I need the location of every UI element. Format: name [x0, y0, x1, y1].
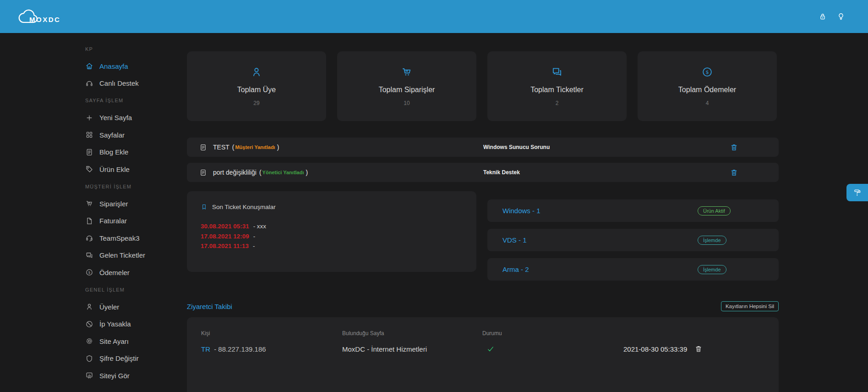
sidebar-item-uyeler[interactable]: Üyeler — [85, 298, 178, 316]
bookmark-icon — [201, 204, 207, 210]
sidebar-item-teamspeak3[interactable]: TeamSpeak3 — [85, 230, 178, 247]
sidebar-item-blog-ekle[interactable]: Blog Ekle — [85, 144, 178, 161]
sidebar-item-label: Site Ayarı — [99, 337, 129, 345]
column-kisi: Kişi — [201, 330, 342, 337]
sidebar-item-label: Siparişler — [99, 200, 128, 208]
stat-label: Toplam Ticketler — [530, 86, 584, 94]
ticket-subject: Windows Sunucu Sorunu — [483, 144, 550, 150]
sidebar-item-urun-ekle[interactable]: Ürün Ekle — [85, 161, 178, 178]
sidebar-item-label: Faturalar — [99, 217, 127, 225]
sidebar-item-label: Yeni Sayfa — [99, 114, 132, 121]
chat-icon — [85, 251, 93, 259]
conversations-title: Son Ticket Konuşmalar — [212, 204, 276, 210]
delete-visitor-button[interactable] — [694, 345, 722, 353]
paren-close: ) — [277, 144, 279, 151]
conversation-date: 30.08.2021 05:31 — [201, 223, 249, 230]
visitors-title: Ziyaretci Takibi — [187, 303, 232, 310]
lock-icon[interactable] — [819, 12, 827, 21]
conversation-text: - xxx — [253, 223, 267, 230]
presentation-board-icon — [85, 371, 93, 380]
stat-label: Toplam Üye — [237, 86, 276, 94]
trash-icon — [730, 168, 738, 177]
order-name-link[interactable]: Windows - 1 — [502, 207, 540, 215]
sidebar-item-label: Gelen Ticketler — [99, 251, 145, 259]
stat-label: Toplam Ödemeler — [678, 86, 736, 94]
paren-open: ( — [259, 169, 262, 176]
ban-icon — [85, 320, 93, 328]
sidebar-item-label: Ödemeler — [99, 269, 130, 276]
sidebar-item-canli-destek[interactable]: Canlı Destek — [85, 75, 178, 92]
ticket-conversations-card: Son Ticket Konuşmalar 30.08.2021 05:31 -… — [187, 191, 476, 272]
headset-mic-icon — [85, 234, 93, 242]
ticket-status: Yönetici Yanıtladı — [262, 170, 304, 175]
sidebar-item-anasayfa[interactable]: Anasayfa — [85, 58, 178, 75]
column-bulundugu-sayfa: Bulunduğu Sayfa — [342, 330, 482, 337]
sidebar-item-site-ayari[interactable]: Site Ayarı — [85, 333, 178, 350]
sidebar-section-genel-islem: GENEL İŞLEM — [85, 281, 178, 298]
theme-customizer-button[interactable] — [846, 184, 868, 201]
sidebar-item-gelen-ticketler[interactable]: Gelen Ticketler — [85, 247, 178, 264]
column-durumu: Durumu — [482, 330, 623, 337]
visitors-header: Ziyaretci Takibi Kayıtların Hepsini Sil — [187, 301, 779, 311]
visitor-ip: - 88.227.139.186 — [214, 345, 266, 353]
ticket-row[interactable]: port değişikliliği ( Yönetici Yanıtladı … — [187, 163, 779, 182]
brand-logo[interactable]: MOXDC — [16, 8, 60, 25]
visitor-country: TR — [201, 345, 210, 353]
stat-value: 2 — [556, 100, 559, 106]
lightbulb-icon[interactable] — [837, 12, 845, 21]
ticket-row[interactable]: TEST ( Müşteri Yanıtladı ) Windows Sunuc… — [187, 138, 779, 157]
sidebar-item-label: Canlı Destek — [99, 79, 139, 87]
sidebar-item-faturalar[interactable]: Faturalar — [85, 212, 178, 230]
plus-icon — [85, 114, 93, 122]
page-layout: KP Anasayfa Canlı Destek SAYFA İŞLEM Yen… — [0, 33, 868, 392]
sidebar-item-label: Blog Ekle — [99, 148, 128, 156]
sidebar-item-sifre-degistir[interactable]: Şifre Değiştir — [85, 350, 178, 367]
headset-icon — [85, 79, 93, 88]
stat-value: 4 — [706, 100, 709, 106]
ticket-title: port değişikliliği — [213, 169, 257, 176]
visitor-row: TR - 88.227.139.186 MoxDC - İnternet Hiz… — [201, 345, 779, 353]
conversations-list: 30.08.2021 05:31 - xxx 17.08.2021 12:09 … — [201, 221, 463, 251]
order-row-arma[interactable]: Arma - 2 İşlemde — [487, 258, 779, 281]
chat-icon — [551, 66, 563, 78]
sidebar-item-sayfalar[interactable]: Sayfalar — [85, 127, 178, 144]
middle-row: Son Ticket Konuşmalar 30.08.2021 05:31 -… — [187, 191, 779, 287]
order-status-badge: Ürün Aktif — [698, 206, 731, 215]
visitors-table-head: Kişi Bulunduğu Sayfa Durumu — [201, 330, 779, 337]
order-list: Windows - 1 Ürün Aktif VDS - 1 İşlemde A… — [487, 191, 779, 287]
sidebar-item-siparisler[interactable]: Siparişler — [85, 195, 178, 213]
shield-icon — [85, 354, 93, 363]
main-content: Toplam Üye 29 Toplam Siparişler 10 Topla… — [187, 33, 779, 392]
paren-close: ) — [306, 169, 308, 176]
app-root: MOXDC KP Anasayfa Canlı Destek SAYFA İŞL… — [0, 0, 868, 392]
document-icon — [199, 169, 207, 177]
sidebar-item-label: TeamSpeak3 — [99, 234, 140, 242]
ticket-status: Müşteri Yanıtladı — [235, 144, 275, 150]
trash-icon — [730, 143, 738, 152]
delete-ticket-button[interactable] — [730, 143, 738, 152]
brand-name: MOXDC — [29, 16, 60, 23]
delete-ticket-button[interactable] — [730, 168, 738, 177]
cart-icon — [401, 66, 413, 78]
order-name-link[interactable]: Arma - 2 — [502, 265, 529, 273]
online-check-icon — [482, 345, 623, 353]
stat-card-toplam-odemeler: Toplam Ödemeler 4 — [638, 51, 777, 121]
sidebar-item-yeni-sayfa[interactable]: Yeni Sayfa — [85, 109, 178, 127]
tag-icon — [85, 165, 93, 173]
sidebar-item-ip-yasakla[interactable]: İp Yasakla — [85, 315, 178, 333]
sidebar-item-label: Ürün Ekle — [99, 166, 130, 173]
conversation-item: 17.08.2021 11:13 - — [201, 241, 463, 251]
file-icon — [85, 217, 93, 225]
sidebar-item-siteyi-gor[interactable]: Siteyi Gör — [85, 367, 178, 385]
conversation-item: 30.08.2021 05:31 - xxx — [201, 221, 463, 232]
top-bar-actions — [819, 12, 845, 21]
sidebar-item-label: Siteyi Gör — [99, 372, 130, 380]
order-row-vds[interactable]: VDS - 1 İşlemde — [487, 229, 779, 251]
gear-icon — [85, 337, 93, 345]
order-name-link[interactable]: VDS - 1 — [502, 236, 527, 244]
cart-icon — [85, 199, 93, 208]
order-row-windows[interactable]: Windows - 1 Ürün Aktif — [487, 199, 779, 222]
dollar-circle-icon — [85, 268, 93, 276]
sidebar-item-odemeler[interactable]: Ödemeler — [85, 264, 178, 282]
clear-all-records-button[interactable]: Kayıtların Hepsini Sil — [721, 301, 779, 311]
